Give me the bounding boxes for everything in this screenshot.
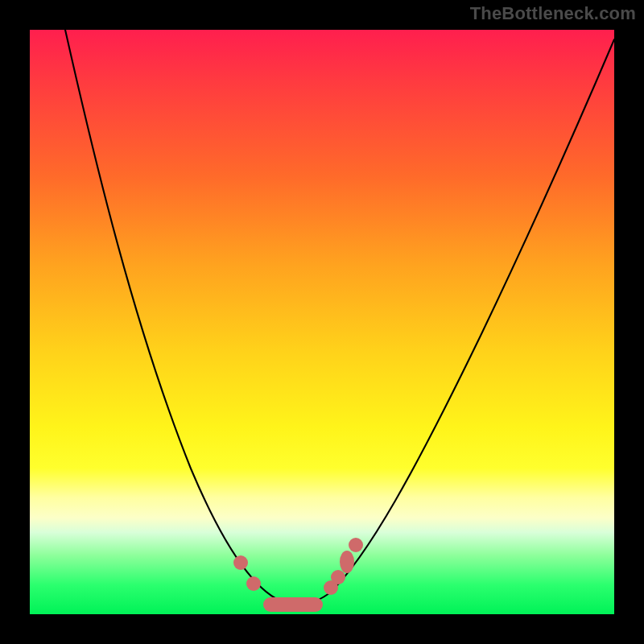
data-marker-bar [263,597,323,612]
data-marker [340,551,354,573]
chart-frame: TheBottleneck.com [0,0,644,644]
watermark-text: TheBottleneck.com [470,3,636,24]
data-marker [233,555,248,570]
data-marker [331,570,345,584]
data-marker [349,538,363,552]
chart-svg [30,30,614,614]
data-marker [246,576,261,591]
bottleneck-curve [65,30,614,605]
